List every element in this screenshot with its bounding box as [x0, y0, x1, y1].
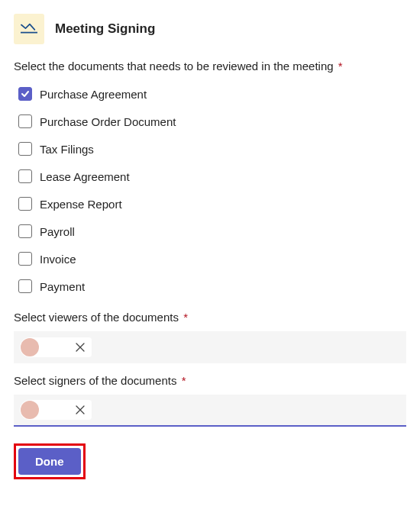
checkbox-payroll[interactable]: Payroll [14, 218, 406, 245]
viewers-label-row: Select viewers of the documents * [14, 311, 406, 324]
signer-chip[interactable] [20, 400, 92, 420]
checkbox-invoice[interactable]: Invoice [14, 245, 406, 272]
viewers-people-picker[interactable] [14, 331, 406, 363]
checkbox-input[interactable] [18, 279, 32, 293]
signers-people-picker[interactable] [14, 395, 406, 427]
checkbox-purchase-agreement[interactable]: Purchase Agreement [14, 80, 406, 108]
signers-label-row: Select signers of the documents * [14, 374, 406, 387]
checkbox-input[interactable] [18, 252, 32, 266]
checkbox-tax-filings[interactable]: Tax Filings [14, 135, 406, 163]
required-star: * [182, 374, 186, 387]
checkbox-lease-agreement[interactable]: Lease Agreement [14, 163, 406, 190]
checkbox-label: Purchase Order Document [40, 115, 176, 128]
checkbox-label: Payment [40, 280, 85, 293]
action-row: Done [14, 443, 406, 479]
checkbox-input[interactable] [18, 142, 32, 156]
required-star: * [183, 311, 188, 324]
viewer-chip[interactable] [20, 337, 92, 357]
done-button[interactable]: Done [18, 448, 81, 475]
checkbox-label: Payroll [40, 225, 75, 238]
signers-label: Select signers of the documents [14, 374, 176, 387]
checkbox-input[interactable] [18, 169, 32, 183]
checkbox-input[interactable] [18, 197, 32, 211]
remove-chip-button[interactable] [75, 342, 86, 353]
checkbox-label: Purchase Agreement [40, 88, 147, 101]
remove-chip-button[interactable] [75, 405, 86, 415]
checkbox-purchase-order-document[interactable]: Purchase Order Document [14, 108, 406, 135]
app-icon [14, 14, 44, 44]
checkbox-label: Tax Filings [40, 143, 94, 156]
checkbox-payment[interactable]: Payment [14, 272, 406, 300]
done-highlight-box: Done [14, 443, 86, 479]
viewers-label: Select viewers of the documents [14, 311, 179, 324]
checkbox-label: Expense Report [40, 198, 122, 211]
checkbox-label: Lease Agreement [40, 170, 130, 183]
avatar [21, 338, 39, 356]
app-title: Meeting Signing [55, 21, 155, 37]
documents-label-row: Select the documents that needs to be re… [14, 60, 406, 73]
checkbox-label: Invoice [40, 253, 76, 266]
checkbox-expense-report[interactable]: Expense Report [14, 190, 406, 218]
documents-checkbox-group: Purchase Agreement Purchase Order Docume… [14, 80, 406, 300]
checkbox-input[interactable] [18, 114, 32, 128]
required-star: * [338, 60, 343, 73]
checkbox-input[interactable] [18, 224, 32, 238]
header: Meeting Signing [14, 14, 406, 44]
checkbox-input[interactable] [18, 87, 32, 101]
documents-label: Select the documents that needs to be re… [14, 60, 334, 73]
avatar [21, 401, 39, 419]
